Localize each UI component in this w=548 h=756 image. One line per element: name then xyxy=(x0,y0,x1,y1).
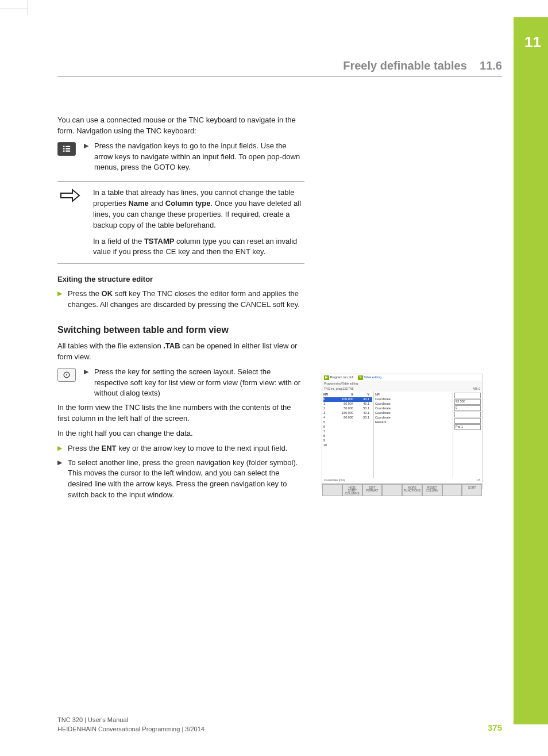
exit-heading: Exiting the structure editor xyxy=(57,274,304,285)
switch-p1: All tables with the file extension .TAB … xyxy=(57,341,304,363)
ss-inputs: 46.450 93.530 0 Pat 1 xyxy=(453,392,482,478)
table-editor-screenshot: ▶ Program run, full. ✎ Table editing Pro… xyxy=(322,374,483,489)
header-rule xyxy=(57,76,502,77)
svg-rect-4 xyxy=(63,150,65,151)
ss-form: NR Coordinate Coordinate Coordinate Coor… xyxy=(374,392,453,478)
footer-line2: HEIDENHAIN Conversational Programming | … xyxy=(57,725,204,734)
corner-rule-h xyxy=(0,9,28,9)
exit-bullet: ▶ Press the OK soft key The TNC closes t… xyxy=(57,289,304,310)
header-section: 11.6 xyxy=(480,59,502,72)
svg-rect-3 xyxy=(65,148,70,149)
svg-rect-2 xyxy=(63,148,65,149)
svg-rect-1 xyxy=(65,145,70,147)
switch-p3: In the right half you can change the dat… xyxy=(57,428,304,439)
header-title: Freely definable tables xyxy=(343,59,467,72)
info-p1: In a table that already has lines, you c… xyxy=(93,187,304,231)
bullet-icon: ▶ xyxy=(57,443,62,454)
ss-table: NRXY 0100.00040.1150.00445.1250.00050.13… xyxy=(322,392,374,478)
switch-bullet3: ▶ To select another line, press the gree… xyxy=(57,458,304,501)
switch-heading: Switching between table and form view xyxy=(57,323,304,336)
bullet-icon: ▶ xyxy=(84,141,88,174)
layout-key-instruction: ▶ Press the key for setting the screen l… xyxy=(57,367,304,400)
main-content: You can use a connected mouse or the TNC… xyxy=(57,115,304,504)
screen-layout-key-icon xyxy=(57,368,76,382)
page-footer: TNC 320 | User's Manual HEIDENHAIN Conve… xyxy=(57,716,502,734)
svg-point-7 xyxy=(66,374,67,375)
switch-bullet2: ▶ Press the ENT key or the arrow key to … xyxy=(57,443,304,454)
nav-bullet-text: Press the navigation keys to go to the i… xyxy=(94,141,304,174)
bullet-icon: ▶ xyxy=(57,458,62,501)
intro-text: You can use a connected mouse or the TNC… xyxy=(57,115,304,137)
bullet-icon: ▶ xyxy=(84,367,88,400)
switch-bullet1: Press the key for setting the screen lay… xyxy=(94,367,304,400)
chapter-number: 11 xyxy=(524,32,541,53)
svg-rect-0 xyxy=(63,145,65,147)
nav-key-instruction: ▶ Press the navigation keys to go to the… xyxy=(57,141,304,174)
svg-rect-5 xyxy=(65,150,70,151)
footer-line1: TNC 320 | User's Manual xyxy=(57,716,204,725)
info-box: In a table that already has lines, you c… xyxy=(57,181,304,264)
ss-softkeys: HIDE/ SORT/ COLUMNSEDIT FORMATMORE FUNCT… xyxy=(322,483,482,496)
switch-p2: In the form view the TNC lists the line … xyxy=(57,402,304,424)
chapter-tab xyxy=(514,17,548,724)
arrow-note-icon xyxy=(57,187,83,258)
list-key-icon xyxy=(57,142,76,156)
info-p2: In a field of the TSTAMP column type you… xyxy=(93,236,304,258)
bullet-icon: ▶ xyxy=(57,289,62,310)
page-number: 375 xyxy=(488,722,502,734)
page-header: Freely definable tables 11.6 xyxy=(343,57,502,74)
corner-rule-v xyxy=(28,0,28,16)
